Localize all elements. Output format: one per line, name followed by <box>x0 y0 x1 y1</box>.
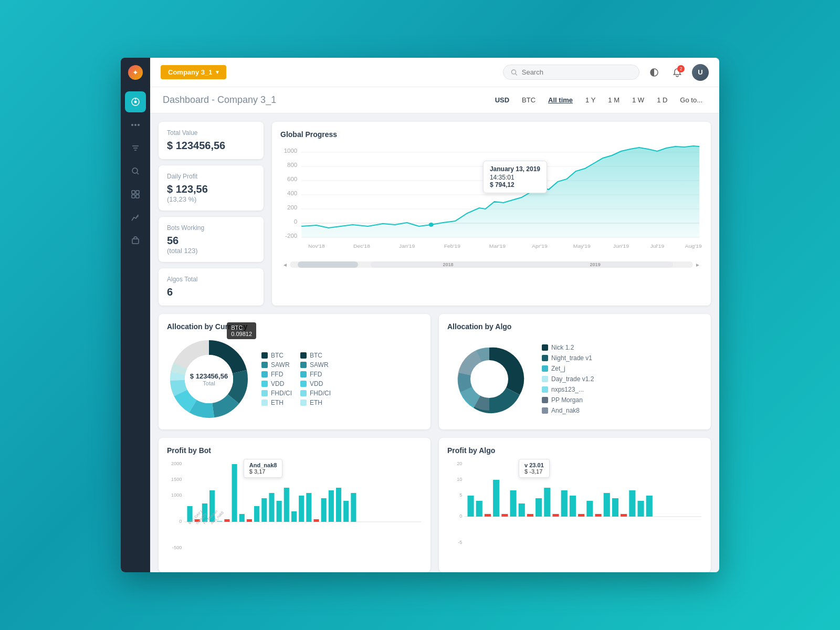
profit-algo-card: Profit by Algo v 23.01 $ -3,17 20 10 5 <box>439 438 711 572</box>
total-value-label: Total Value <box>167 129 255 136</box>
svg-rect-100 <box>527 514 533 517</box>
svg-text:-5: -5 <box>458 540 462 545</box>
legend-item: Nick 1.2 <box>542 344 594 351</box>
profit-bot-title: Profit by Bot <box>167 446 422 455</box>
legend-item: BTC <box>300 352 331 359</box>
svg-text:-500: -500 <box>172 545 182 550</box>
daily-profit-value: $ 123,56 <box>167 183 255 195</box>
app-container: Company 3_1 <box>121 58 719 572</box>
time-controls: USD BTC All time 1 Y 1 M 1 W 1 D Go to..… <box>491 94 707 106</box>
algos-total-label: Algos Total <box>167 276 255 283</box>
svg-rect-73 <box>284 488 289 522</box>
notification-badge: 2 <box>677 65 685 72</box>
global-progress-panel: Global Progress January 13, 2019 14:35:0… <box>272 122 711 306</box>
svg-text:1000: 1000 <box>171 492 182 498</box>
search-box[interactable] <box>503 65 639 80</box>
svg-rect-78 <box>321 498 327 522</box>
svg-text:May'19: May'19 <box>573 244 591 249</box>
sidebar-item-filters[interactable] <box>125 138 146 159</box>
svg-rect-97 <box>501 514 508 517</box>
svg-text:Jun'19: Jun'19 <box>613 244 629 249</box>
svg-rect-71 <box>269 493 274 522</box>
svg-rect-101 <box>536 498 542 517</box>
algo-legend: Nick 1.2 Night_trade v1 Zet_j <box>542 344 594 414</box>
currency-usd-button[interactable]: USD <box>491 94 513 106</box>
time-1d-button[interactable]: 1 D <box>653 94 671 106</box>
svg-rect-105 <box>570 496 576 517</box>
svg-text:Jul'19: Jul'19 <box>650 244 665 249</box>
legend-item: And_nak8 <box>542 407 594 414</box>
daily-profit-sub: (13,23 %) <box>167 195 255 203</box>
svg-rect-68 <box>247 519 252 522</box>
legend-item: Day_trade v1.2 <box>542 375 594 383</box>
theme-toggle-icon[interactable] <box>646 64 663 81</box>
svg-text:0: 0 <box>294 219 297 225</box>
tooltip-date: January 13, 2019 <box>490 165 540 173</box>
svg-rect-14 <box>136 195 139 198</box>
tooltip-name: And_nak8 <box>249 462 277 468</box>
svg-point-16 <box>511 69 516 74</box>
svg-rect-112 <box>629 490 635 517</box>
svg-rect-80 <box>336 488 341 522</box>
time-1y-button[interactable]: 1 Y <box>581 94 600 106</box>
search-input[interactable] <box>522 68 632 76</box>
svg-text:1000: 1000 <box>284 148 298 154</box>
sidebar-item-dashboard[interactable] <box>125 91 146 112</box>
svg-rect-81 <box>343 501 349 522</box>
svg-point-4 <box>134 124 136 126</box>
profit-algo-title: Profit by Algo <box>447 446 702 455</box>
algo-bar-tooltip: v 23.01 $ -3,17 <box>519 459 550 478</box>
sidebar-item-more[interactable] <box>125 114 146 135</box>
tooltip-val: $ 3,17 <box>249 468 277 475</box>
legend-item: FFD <box>300 371 331 378</box>
global-progress-chart: January 13, 2019 14:35:01 $ 794,12 1000 … <box>280 145 702 271</box>
svg-rect-107 <box>586 501 593 517</box>
sidebar-logo <box>121 58 150 87</box>
profit-algo-chart: v 23.01 $ -3,17 20 10 5 0 -5 <box>447 459 702 564</box>
svg-point-42 <box>429 223 434 227</box>
legend-item: Night_trade v1 <box>542 354 594 362</box>
stats-panel: Total Value $ 123456,56 Daily Profit $ 1… <box>159 122 264 306</box>
svg-text:800: 800 <box>287 162 297 168</box>
svg-point-5 <box>138 124 140 126</box>
legend-item: BTC <box>261 352 292 359</box>
donut-algo-wrapper <box>447 337 531 421</box>
donut-center: $ 123456,56 Total <box>190 372 228 386</box>
legend-item: ETH <box>261 399 292 406</box>
sidebar-item-chart[interactable] <box>125 207 146 228</box>
svg-rect-113 <box>637 501 644 517</box>
svg-line-10 <box>137 173 139 174</box>
svg-text:20: 20 <box>457 461 462 466</box>
time-1w-button[interactable]: 1 W <box>628 94 648 106</box>
svg-rect-15 <box>132 239 139 244</box>
time-all-button[interactable]: All time <box>544 94 577 106</box>
tooltip-name: v 23.01 <box>524 462 544 468</box>
svg-rect-12 <box>136 191 139 194</box>
daily-profit-label: Daily Profit <box>167 173 255 180</box>
chart-tooltip: January 13, 2019 14:35:01 $ 794,12 <box>483 161 547 193</box>
svg-text:5: 5 <box>459 492 462 498</box>
legend-item: FHD/CI <box>300 390 331 397</box>
time-1m-button[interactable]: 1 M <box>604 94 624 106</box>
company-selector-button[interactable]: Company 3_1 <box>161 65 226 79</box>
svg-text:1500: 1500 <box>171 477 182 482</box>
daily-profit-card: Daily Profit $ 123,56 (13,23 %) <box>159 165 264 211</box>
svg-text:2000: 2000 <box>171 461 182 466</box>
svg-rect-11 <box>132 191 135 194</box>
profit-bot-card: Profit by Bot And_nak8 $ 3,17 2000 1500 … <box>159 438 430 572</box>
legend-item: SAWR <box>300 361 331 369</box>
app-logo-icon <box>128 65 143 80</box>
currency-btc-button[interactable]: BTC <box>518 94 540 106</box>
bot-bar-tooltip: And_nak8 $ 3,17 <box>244 459 283 478</box>
sidebar-item-portfolio[interactable] <box>125 230 146 251</box>
svg-rect-75 <box>299 496 304 522</box>
svg-text:10: 10 <box>457 477 462 482</box>
sidebar-item-search[interactable] <box>125 161 146 182</box>
sidebar-item-grid[interactable] <box>125 184 146 205</box>
svg-text:Nov'18: Nov'18 <box>308 244 325 249</box>
svg-rect-94 <box>476 501 482 517</box>
dashboard: Dashboard - Company 3_1 USD BTC All time… <box>150 87 719 572</box>
tooltip-val: $ -3,17 <box>524 468 544 475</box>
time-goto-button[interactable]: Go to... <box>676 94 707 106</box>
user-avatar[interactable]: U <box>692 64 709 81</box>
